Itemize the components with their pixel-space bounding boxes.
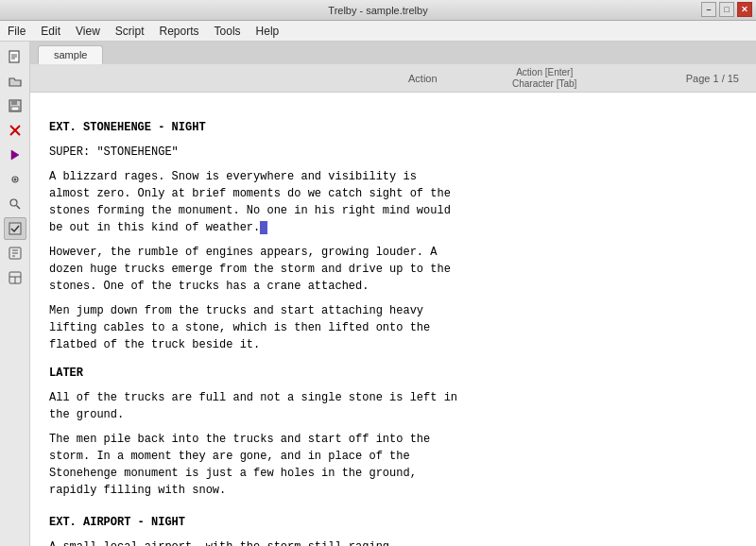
scene-heading-1: EXT. STONEHENGE - NIGHT	[49, 119, 718, 136]
left-toolbar	[0, 42, 30, 546]
titlebar-title: Trelby - sample.trelby	[8, 5, 748, 16]
svg-marker-9	[11, 150, 19, 160]
text-cursor	[260, 221, 267, 234]
svg-line-13	[16, 206, 20, 210]
action-3: Men jump down from the trucks and start …	[49, 302, 718, 353]
tab-bar: sample	[30, 42, 756, 64]
svg-point-11	[13, 179, 16, 181]
titlebar: Trelby - sample.trelby – □ ✕	[0, 0, 756, 21]
svg-rect-14	[9, 223, 21, 234]
menu-item-tools[interactable]: Tools	[207, 21, 249, 41]
editor-container[interactable]: EXT. STONEHENGE - NIGHT SUPER: "STONEHEN…	[30, 93, 756, 546]
menu-item-reports[interactable]: Reports	[152, 21, 207, 41]
tool-settings[interactable]	[4, 168, 26, 191]
col-action-enter: Action [Enter]Character [Tab]	[512, 67, 576, 90]
tool-run[interactable]	[4, 144, 26, 166]
menu-item-help[interactable]: Help	[249, 21, 287, 41]
action-4: All of the trucks are full and not a sin…	[49, 389, 718, 423]
tool-open[interactable]	[4, 70, 26, 93]
svg-rect-6	[11, 107, 19, 111]
close-button[interactable]: ✕	[737, 2, 752, 17]
tool-check[interactable]	[4, 217, 26, 240]
action-6: A small local airport, with the storm st…	[49, 538, 718, 546]
main-layout: sample Action Action [Enter]Character [T…	[0, 42, 756, 546]
tab-sample[interactable]: sample	[38, 45, 103, 64]
col-action: Action	[408, 73, 438, 84]
content-area: sample Action Action [Enter]Character [T…	[30, 42, 756, 546]
minimize-button[interactable]: –	[701, 2, 716, 17]
menu-item-file[interactable]: File	[0, 21, 33, 41]
column-headers: Action Action [Enter]Character [Tab] Pag…	[30, 64, 756, 93]
menu-item-view[interactable]: View	[68, 21, 108, 41]
tool-close[interactable]	[4, 119, 26, 142]
tool-find[interactable]	[4, 193, 26, 215]
tool-new[interactable]	[4, 45, 26, 68]
scene-heading-2: EXT. AIRPORT - NIGHT	[49, 514, 718, 531]
maximize-button[interactable]: □	[719, 2, 734, 17]
svg-point-12	[10, 199, 17, 206]
svg-rect-5	[11, 100, 17, 105]
tool-save[interactable]	[4, 94, 26, 117]
action-5: The men pile back into the trucks and st…	[49, 431, 718, 499]
later-1: LATER	[49, 365, 718, 382]
action-1: A blizzard rages. Snow is everywhere and…	[49, 168, 718, 236]
script-content[interactable]: EXT. STONEHENGE - NIGHT SUPER: "STONEHEN…	[30, 93, 756, 546]
super-text-1: SUPER: "STONEHENGE"	[49, 144, 718, 161]
tool-panel[interactable]	[4, 266, 26, 289]
col-page: Page 1 / 15	[686, 73, 739, 84]
action-2: However, the rumble of engines appears, …	[49, 244, 718, 295]
menubar: FileEditViewScriptReportsToolsHelp	[0, 21, 756, 42]
menu-item-edit[interactable]: Edit	[33, 21, 68, 41]
editor-wrapper: EXT. STONEHENGE - NIGHT SUPER: "STONEHEN…	[30, 93, 756, 546]
titlebar-controls: – □ ✕	[701, 2, 752, 17]
menu-item-script[interactable]: Script	[108, 21, 152, 41]
tool-config[interactable]	[4, 242, 26, 264]
